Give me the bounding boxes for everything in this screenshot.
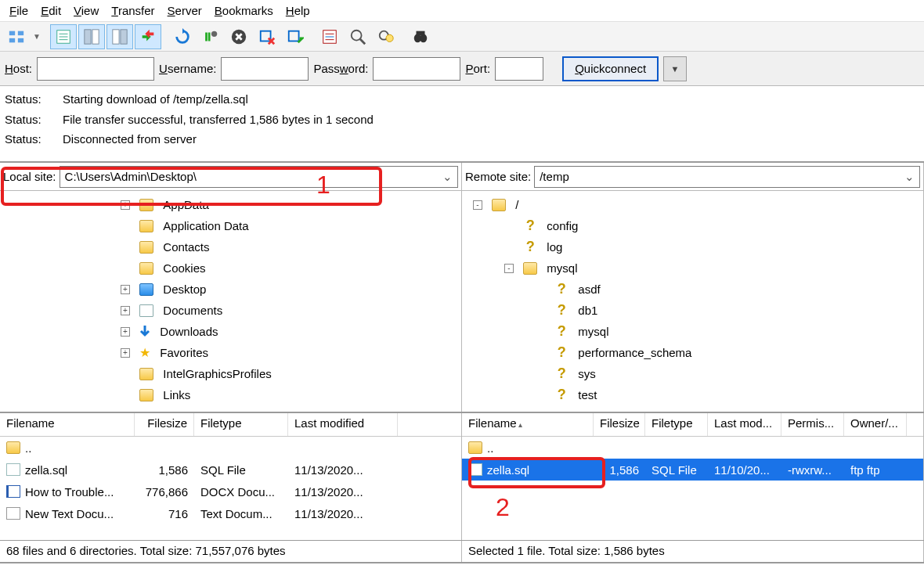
status-bar-row: 68 files and 6 directories. Total size: … [0,540,924,563]
tree-node[interactable]: ? asdf [462,279,923,300]
tree-node[interactable]: ? log [462,236,923,257]
unknown-folder-icon: ? [523,239,537,255]
port-label: Port: [465,62,490,75]
remote-tree-pane[interactable]: - / ? config ? log- mysql ? asdf ? db1 ?… [462,191,924,412]
favorites-icon: ★ [139,345,150,360]
binoculars-button[interactable] [407,24,434,49]
expand-toggle[interactable]: + [121,200,130,210]
menu-edit[interactable]: Edit [34,2,67,19]
tree-node[interactable]: + Documents [0,300,461,321]
expand-toggle[interactable]: + [121,285,130,294]
tree-node[interactable]: + Downloads [0,321,461,342]
unknown-folder-icon: ? [554,344,568,361]
toggle-remote-tree-button[interactable] [106,24,133,49]
file-row[interactable]: .. [462,437,923,459]
svg-rect-0 [9,31,15,35]
disconnect-button[interactable] [254,24,280,49]
file-row[interactable]: New Text Docu...716Text Docum...11/13/20… [0,502,461,524]
svg-rect-8 [85,29,91,43]
col-filename[interactable]: Filename▴ [462,413,594,436]
tree-node[interactable]: ? sys [462,363,923,384]
process-queue-button[interactable] [197,24,224,49]
tree-node[interactable]: Links [0,384,461,405]
tree-node[interactable]: - / [462,194,923,215]
quickconnect-button[interactable]: Quickconnect [562,56,659,81]
col-filesize[interactable]: Filesize [594,413,645,436]
compare-button[interactable] [373,24,399,49]
unknown-folder-icon: ? [554,323,568,340]
expand-toggle[interactable]: + [121,306,130,315]
menu-server[interactable]: Server [161,2,208,19]
tree-node[interactable]: + Desktop [0,279,461,300]
tree-node[interactable]: + AppData [0,194,461,215]
unknown-folder-icon: ? [554,387,568,403]
file-row[interactable]: .. [0,437,461,459]
tree-node[interactable]: Contacts [0,236,461,257]
file-list-split: Filename Filesize Filetype Last modified… [0,412,924,540]
tree-node[interactable]: Application Data [0,215,461,236]
refresh-button[interactable] [169,24,196,49]
unknown-folder-icon: ? [554,302,568,319]
svg-point-12 [211,31,217,36]
tree-node-label: config [547,219,578,232]
cancel-button[interactable] [226,24,252,49]
tree-node-label: / [515,198,518,211]
tree-node[interactable]: ? test [462,384,923,405]
tree-node[interactable]: ? config [462,215,923,236]
tree-node[interactable]: IntelGraphicsProfiles [0,363,461,384]
filter-button[interactable] [316,24,343,49]
menu-bookmarks[interactable]: Bookmarks [208,2,280,19]
username-input[interactable] [221,57,309,81]
unknown-folder-icon: ? [554,281,568,297]
menu-view[interactable]: View [67,2,105,19]
local-file-header[interactable]: Filename Filesize Filetype Last modified [0,413,461,437]
toggle-queue-button[interactable] [135,24,161,49]
local-file-rows[interactable]: ..zella.sql1,586SQL File11/13/2020...How… [0,437,461,540]
message-log[interactable]: Status:Starting download of /temp/zella.… [0,86,924,163]
quickconnect-dropdown[interactable]: ▼ [663,56,687,81]
col-filetype[interactable]: Filetype [645,413,708,436]
col-filetype[interactable]: Filetype [194,413,288,436]
site-manager-dropdown[interactable]: ▼ [31,24,42,49]
remote-file-rows[interactable]: ..zella.sql1,586SQL File11/10/20...-rwxr… [462,437,923,540]
toggle-log-button[interactable] [50,24,77,49]
tree-node[interactable]: ? db1 [462,300,923,321]
col-lastmod[interactable]: Last modified [288,413,398,436]
remote-site-combo[interactable]: /temp [534,166,920,188]
col-filename[interactable]: Filename [0,413,135,436]
local-tree-pane[interactable]: + AppData Application Data Contacts Cook… [0,191,462,412]
expand-toggle[interactable]: + [121,327,130,337]
expand-toggle[interactable]: + [121,348,130,358]
expand-toggle[interactable]: - [473,200,482,210]
tree-node-label: Contacts [163,240,209,254]
tree-node[interactable]: ? mysql [462,321,923,342]
toggle-local-tree-button[interactable] [78,24,105,49]
search-button[interactable] [345,24,371,49]
host-input[interactable] [37,57,154,81]
col-filesize[interactable]: Filesize [135,413,194,436]
svg-rect-26 [417,31,425,35]
local-site-combo[interactable]: C:\Users\Admin\Desktop\ [60,166,458,188]
site-manager-button[interactable] [3,24,30,49]
folder-icon [139,262,153,275]
file-row[interactable]: zella.sql1,586SQL File11/10/20...-rwxrw.… [462,459,923,481]
menu-transfer[interactable]: Transfer [105,2,161,19]
remote-file-header[interactable]: Filename▴ Filesize Filetype Last mod... … [462,413,923,437]
port-input[interactable] [495,57,543,81]
col-owner[interactable]: Owner/... [844,413,907,436]
tree-node-label: AppData [163,198,208,211]
tree-node[interactable]: Cookies [0,257,461,279]
menu-file[interactable]: File [3,2,34,19]
expand-toggle[interactable]: - [504,264,514,273]
tree-node[interactable]: + ★ Favorites [0,342,461,363]
tree-node[interactable]: - mysql [462,257,923,279]
col-permissions[interactable]: Permis... [781,413,844,436]
file-row[interactable]: How to Trouble...776,866DOCX Docu...11/1… [0,481,461,502]
reconnect-button[interactable] [282,24,309,49]
file-row[interactable]: zella.sql1,586SQL File11/13/2020... [0,459,461,481]
tree-node[interactable]: ? performance_schema [462,342,923,363]
col-lastmod[interactable]: Last mod... [708,413,781,436]
menu-help[interactable]: Help [280,2,316,19]
tree-node-label: asdf [578,283,600,296]
password-input[interactable] [373,57,460,81]
